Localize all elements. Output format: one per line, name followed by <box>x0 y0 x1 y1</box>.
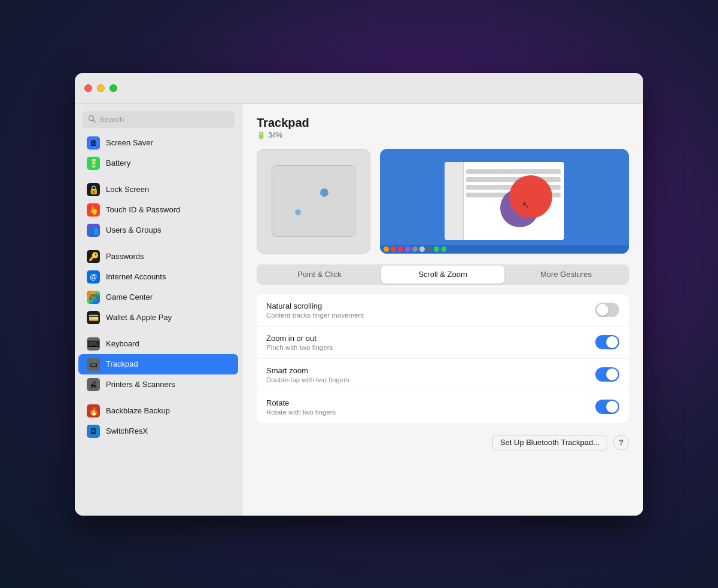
sidebar: Search 🖥Screen Saver🔋Battery🔒Lock Screen… <box>75 104 242 516</box>
setting-desc-natural-scrolling: Content tracks finger movement <box>266 312 595 319</box>
detail-subtitle: 🔋 34% <box>257 131 629 139</box>
search-container: Search <box>75 104 242 133</box>
sidebar-item-trackpad[interactable]: ▭Trackpad <box>78 354 238 374</box>
trackpad-icon: ▭ <box>87 358 100 371</box>
setting-info-natural-scrolling: Natural scrollingContent tracks finger m… <box>266 301 595 319</box>
battery-icon: 🔋 <box>257 131 266 139</box>
color-dot-3 <box>405 246 410 252</box>
color-dot-4 <box>412 246 418 252</box>
printers-label: Printers & Scanners <box>106 380 175 389</box>
sidebar-item-users-groups[interactable]: 👥Users & Groups <box>78 220 238 240</box>
screen-saver-label: Screen Saver <box>106 138 153 147</box>
toggle-rotate[interactable] <box>595 400 619 414</box>
color-dot-2 <box>398 246 403 252</box>
sidebar-item-wallet[interactable]: 💳Wallet & Apple Pay <box>78 307 238 328</box>
close-button[interactable] <box>84 84 92 92</box>
sidebar-gap <box>75 328 242 334</box>
gesture-sidebar-mock <box>445 162 464 240</box>
setting-name-rotate: Rotate <box>266 398 595 407</box>
color-dot-6 <box>427 246 432 252</box>
sidebar-item-touch-id[interactable]: 👆Touch ID & Password <box>78 200 238 220</box>
gesture-row-2 <box>466 177 561 182</box>
main-content: Search 🖥Screen Saver🔋Battery🔒Lock Screen… <box>75 104 643 516</box>
sidebar-item-screen-saver[interactable]: 🖥Screen Saver <box>78 133 238 153</box>
detail-panel: Trackpad 🔋 34% <box>242 104 643 516</box>
system-preferences-window: Search 🖥Screen Saver🔋Battery🔒Lock Screen… <box>75 73 643 516</box>
trackpad-dot-1 <box>320 188 328 197</box>
maximize-button[interactable] <box>109 84 117 92</box>
sidebar-gap <box>75 395 242 401</box>
sidebar-item-printers[interactable]: 🖨Printers & Scanners <box>78 374 238 395</box>
toggle-zoom-in-out[interactable] <box>595 335 619 349</box>
toggle-natural-scrolling[interactable] <box>595 303 619 317</box>
trackpad-dot-2 <box>295 209 301 215</box>
sidebar-items-container: 🖥Screen Saver🔋Battery🔒Lock Screen👆Touch … <box>75 133 242 441</box>
svg-line-1 <box>93 120 96 122</box>
switchresx-label: SwitchResX <box>106 426 148 435</box>
users-groups-icon: 👥 <box>87 224 100 237</box>
minimize-button[interactable] <box>97 84 105 92</box>
help-button[interactable]: ? <box>613 435 629 450</box>
setting-row-rotate: RotateRotate with two fingers <box>257 391 629 423</box>
setup-bluetooth-button[interactable]: Set Up Bluetooth Trackpad... <box>492 435 607 450</box>
toggle-thumb-smart-zoom <box>606 368 618 380</box>
tab-point-click[interactable]: Point & Click <box>258 266 381 284</box>
search-icon <box>88 114 96 125</box>
touch-id-label: Touch ID & Password <box>106 205 180 214</box>
battery-label: Battery <box>106 159 130 167</box>
color-dot-7 <box>434 246 439 252</box>
wallet-label: Wallet & Apple Pay <box>106 313 172 322</box>
detail-header: Trackpad 🔋 34% <box>257 116 629 139</box>
sidebar-gap <box>75 173 242 179</box>
lock-screen-label: Lock Screen <box>106 185 149 194</box>
gesture-inner: ↖ <box>380 149 629 254</box>
setting-info-zoom-in-out: Zoom in or outPinch with two fingers <box>266 334 595 351</box>
toggle-smart-zoom[interactable] <box>595 367 619 382</box>
wallet-icon: 💳 <box>87 311 100 324</box>
gesture-preview: ↖ <box>380 149 629 254</box>
trackpad-label: Trackpad <box>106 359 138 368</box>
gesture-colorbar <box>380 245 629 254</box>
sidebar-item-game-center[interactable]: 🎮Game Center <box>78 287 238 307</box>
touch-id-icon: 👆 <box>87 203 100 217</box>
backblaze-label: Backblaze Backup <box>106 406 170 415</box>
keyboard-icon: ⌨ <box>87 337 100 351</box>
gesture-row-1 <box>466 169 561 174</box>
passwords-icon: 🔑 <box>87 250 100 263</box>
cursor-icon: ↖ <box>522 199 530 211</box>
sidebar-gap <box>75 240 242 246</box>
passwords-label: Passwords <box>106 252 144 261</box>
backblaze-icon: 🔥 <box>87 404 100 418</box>
tab-scroll-zoom[interactable]: Scroll & Zoom <box>381 266 504 284</box>
keyboard-label: Keyboard <box>106 339 139 348</box>
settings-container: Natural scrollingContent tracks finger m… <box>257 294 629 423</box>
sidebar-item-internet-accounts[interactable]: @Internet Accounts <box>78 267 238 287</box>
sidebar-item-backblaze[interactable]: 🔥Backblaze Backup <box>78 401 238 421</box>
tab-more-gestures[interactable]: More Gestures <box>504 266 628 284</box>
color-dot-0 <box>384 246 389 252</box>
game-center-icon: 🎮 <box>87 291 100 304</box>
sidebar-item-lock-screen[interactable]: 🔒Lock Screen <box>78 179 238 200</box>
battery-icon: 🔋 <box>87 157 100 170</box>
users-groups-label: Users & Groups <box>106 226 161 234</box>
setting-desc-rotate: Rotate with two fingers <box>266 409 595 416</box>
sidebar-item-passwords[interactable]: 🔑Passwords <box>78 246 238 267</box>
lock-screen-icon: 🔒 <box>87 183 100 196</box>
setting-row-zoom-in-out: Zoom in or outPinch with two fingers <box>257 327 629 359</box>
traffic-lights <box>84 84 117 92</box>
switchresx-icon: 🖥 <box>87 425 100 438</box>
gesture-circle-red <box>509 175 552 218</box>
gesture-screen: ↖ <box>445 162 564 240</box>
screen-saver-icon: 🖥 <box>87 136 100 150</box>
sidebar-item-keyboard[interactable]: ⌨Keyboard <box>78 334 238 354</box>
color-dot-1 <box>391 246 396 252</box>
setting-name-natural-scrolling: Natural scrolling <box>266 301 595 310</box>
sidebar-item-battery[interactable]: 🔋Battery <box>78 153 238 173</box>
sidebar-item-switchresx[interactable]: 🖥SwitchResX <box>78 421 238 441</box>
search-box[interactable]: Search <box>82 111 235 128</box>
search-placeholder: Search <box>99 115 124 124</box>
setting-name-zoom-in-out: Zoom in or out <box>266 334 595 343</box>
setting-desc-smart-zoom: Double-tap with two fingers <box>266 376 595 383</box>
setting-desc-zoom-in-out: Pinch with two fingers <box>266 344 595 351</box>
color-dot-5 <box>419 246 425 252</box>
